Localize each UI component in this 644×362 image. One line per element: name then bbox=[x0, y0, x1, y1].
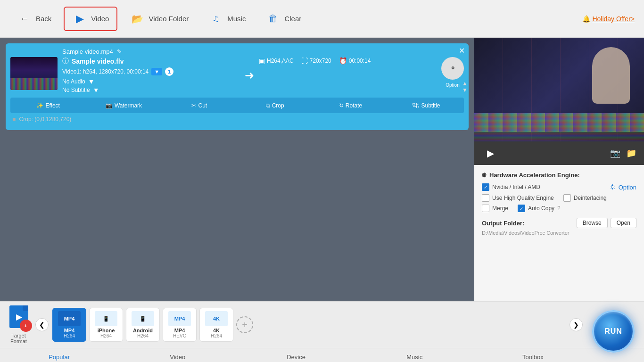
hw-title-text: Hardware Acceleration Engine: bbox=[489, 172, 580, 179]
edit-filename-icon[interactable]: ✎ bbox=[117, 48, 122, 55]
left-panel: ✕ Sample video.mp4 ✎ bbox=[0, 38, 474, 301]
effect-button[interactable]: ✨ Effect bbox=[10, 98, 86, 113]
option-button[interactable]: ⛭ Option bbox=[609, 183, 636, 191]
quality-deinterlace-row: Use High Quality Engine Deinterlacing bbox=[482, 194, 636, 202]
tools-bar: ✨ Effect 📷 Watermark ✂ Cut ⧉ Crop ↻ R bbox=[10, 98, 464, 113]
subtitle-dropdown-icon[interactable]: ▼ bbox=[93, 86, 99, 94]
tab-popular[interactable]: Popular bbox=[0, 348, 118, 362]
browse-button[interactable]: Browse bbox=[577, 218, 608, 228]
format-prev-button[interactable]: ❮ bbox=[35, 318, 49, 331]
preview-controls: ▶ 📷 📁 bbox=[474, 141, 644, 165]
add-format-button[interactable]: + bbox=[236, 316, 253, 333]
subtitle-label: No Subtitle bbox=[62, 87, 90, 93]
nvidia-label: Nvidia / Intel / AMD bbox=[492, 184, 540, 190]
format-name-4: MP4 bbox=[174, 328, 185, 333]
autocopy-checkbox[interactable]: ✓ bbox=[518, 205, 525, 212]
codec-option-button[interactable]: ⚙ bbox=[441, 57, 464, 80]
codec-option-area: ⚙ Option bbox=[441, 57, 464, 88]
crop-info-row: ■ Crop: (0,0,1280,720) bbox=[10, 113, 464, 125]
video-folder-button[interactable]: 📂 Video Folder bbox=[122, 8, 196, 30]
output-folder-label: Output Folder: bbox=[482, 220, 524, 227]
format-next-button[interactable]: ❯ bbox=[570, 318, 583, 331]
card-scrollbar: ▲ ▼ bbox=[462, 80, 468, 93]
tab-video[interactable]: Video bbox=[118, 348, 237, 362]
format-name-2: iPhone bbox=[98, 328, 115, 333]
meta-row: Video1: h264, 1280x720, 00:00:14 ▼ 1 bbox=[62, 67, 240, 76]
autocopy-item: ✓ Auto Copy ? bbox=[518, 205, 561, 212]
back-button[interactable]: ← Back bbox=[9, 8, 59, 30]
deinterlacing-checkbox[interactable] bbox=[563, 194, 571, 202]
preview-area bbox=[474, 38, 644, 141]
crop-dot: ■ bbox=[12, 116, 16, 123]
holiday-offer-link[interactable]: 🔔 Holiday Offer> bbox=[582, 15, 635, 23]
video-icon: ▶ bbox=[72, 11, 87, 26]
format-item-android[interactable]: 📱 Android H264 bbox=[126, 308, 160, 342]
format-item-mp4-h264[interactable]: MP4 MP4 H264 bbox=[52, 308, 86, 342]
hw-acceleration-section: ⎈ Hardware Acceleration Engine: ✓ Nvidia… bbox=[482, 171, 636, 212]
run-button[interactable]: RUN bbox=[592, 310, 635, 353]
output-resolution: 720x720 bbox=[310, 58, 331, 64]
video-info-left: ⓘ Sample video.flv Video1: h264, 1280x72… bbox=[62, 57, 240, 94]
bell-icon: 🔔 bbox=[582, 15, 590, 23]
output-codec: H264,AAC bbox=[267, 58, 294, 64]
format-tabs-row: Popular Video Device Music Toolbox bbox=[0, 348, 644, 362]
codec-icon-inner: ⚙ bbox=[451, 66, 454, 71]
rotate-button[interactable]: ↻ Rotate bbox=[313, 98, 388, 113]
screenshot-button[interactable]: 📷 bbox=[610, 148, 620, 158]
scroll-down-icon[interactable]: ▼ bbox=[462, 87, 468, 93]
format-item-4k[interactable]: 4K 4K H264 bbox=[199, 308, 233, 342]
high-quality-checkbox[interactable] bbox=[482, 194, 489, 202]
crop-info-text: Crop: (0,0,1280,720) bbox=[19, 116, 72, 123]
watermark-button[interactable]: 📷 Watermark bbox=[86, 98, 161, 113]
crop-button[interactable]: ⧉ Crop bbox=[237, 98, 313, 113]
video-button[interactable]: ▶ Video bbox=[64, 7, 117, 31]
close-card-button[interactable]: ✕ bbox=[459, 46, 465, 55]
merge-checkbox[interactable] bbox=[482, 205, 489, 212]
open-button[interactable]: Open bbox=[611, 218, 636, 228]
video-folder-icon: 📂 bbox=[130, 11, 145, 26]
tab-device[interactable]: Device bbox=[237, 348, 355, 362]
tab-music[interactable]: Music bbox=[355, 348, 474, 362]
output-filename-row: Sample video.mp4 ✎ bbox=[10, 48, 464, 55]
autocopy-label: Auto Copy bbox=[528, 205, 554, 212]
option-label: Option bbox=[446, 82, 459, 88]
folder-preview-button[interactable]: 📁 bbox=[626, 148, 636, 158]
run-button-area: RUN bbox=[592, 310, 635, 353]
help-icon[interactable]: ? bbox=[557, 205, 561, 212]
nvidia-checkbox[interactable]: ✓ bbox=[482, 183, 489, 191]
effect-label: Effect bbox=[45, 102, 59, 109]
tab-toolbox[interactable]: Toolbox bbox=[474, 348, 592, 362]
format-sub-2: H264 bbox=[100, 333, 112, 338]
subtitle-button[interactable]: 막; Subtitle bbox=[388, 98, 464, 113]
audio-dropdown-icon[interactable]: ▼ bbox=[88, 78, 95, 85]
clear-button[interactable]: 🗑 Clear bbox=[258, 8, 309, 30]
play-button[interactable]: ▶ bbox=[482, 145, 499, 162]
cut-button[interactable]: ✂ Cut bbox=[162, 98, 237, 113]
music-button[interactable]: ♫ Music bbox=[201, 8, 253, 30]
scroll-up-icon[interactable]: ▲ bbox=[462, 80, 468, 87]
tab-toolbox-label: Toolbox bbox=[522, 354, 544, 361]
subtitle-label: Subtitle bbox=[421, 102, 440, 109]
video-meta: Video1: h264, 1280x720, 00:00:14 bbox=[62, 68, 149, 75]
music-icon: ♫ bbox=[208, 11, 223, 26]
video-card: ✕ Sample video.mp4 ✎ bbox=[6, 43, 469, 130]
format-items-container: MP4 MP4 H264 📱 iPhone H264 📱 Android H26… bbox=[52, 308, 566, 342]
format-item-iphone[interactable]: 📱 iPhone H264 bbox=[89, 308, 123, 342]
codec-icon: ▣ bbox=[259, 57, 265, 65]
option-btn-label: Option bbox=[619, 184, 636, 191]
select-version-button[interactable]: ▼ bbox=[151, 68, 162, 75]
format-sub-5: H264 bbox=[211, 333, 222, 338]
version-badge: 1 bbox=[165, 67, 173, 76]
format-name-3: Android bbox=[133, 328, 153, 333]
output-resolution-item: ⛶ 720x720 bbox=[301, 57, 331, 65]
gear-icon: ⛭ bbox=[609, 183, 617, 191]
audio-item: No Audio ▼ bbox=[62, 78, 240, 85]
format-item-mp4-hevc[interactable]: MP4 MP4 HEVC bbox=[163, 308, 197, 342]
effect-icon: ✨ bbox=[36, 102, 43, 109]
merge-label: Merge bbox=[492, 205, 508, 212]
input-filename: Sample video.flv bbox=[72, 58, 124, 65]
main-area: ✕ Sample video.mp4 ✎ bbox=[0, 38, 644, 301]
bottom-wrapper: ▶ + Target Format ❮ MP4 MP4 H264 📱 iPhon… bbox=[0, 301, 644, 362]
audio-label: No Audio bbox=[62, 78, 85, 85]
output-folder-section: Output Folder: Browse Open D:\Media\Vide… bbox=[482, 218, 636, 236]
